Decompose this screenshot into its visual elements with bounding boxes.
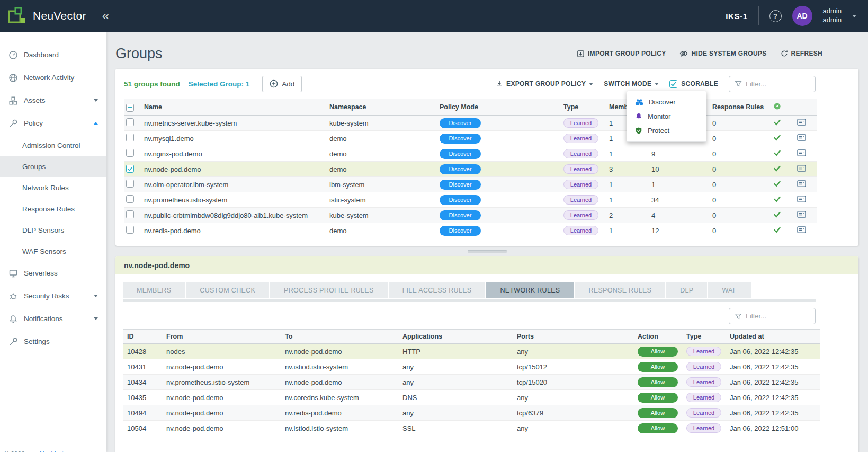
group-name-cell: nv.redis-pod.demo [140,223,325,238]
col-header-updated-at[interactable]: Updated at [726,330,820,344]
row-checkbox-checked[interactable] [126,165,134,173]
tab-waf[interactable]: WAF [708,282,750,298]
tab-process-profile-rules[interactable]: PROCESS PROFILE RULES [270,282,388,298]
rule-row[interactable]: 10434 nv.prometheus.istio-system nv.node… [123,375,820,390]
help-icon[interactable]: ? [769,10,782,22]
row-checkbox[interactable] [126,149,134,157]
rule-row[interactable]: 10428 nodes nv.node-pod.demo HTTP any Al… [123,344,820,359]
col-header-id[interactable]: ID [123,330,162,344]
table-row[interactable]: nv.nginx-pod.demo demo Discover Learned … [124,146,817,162]
group-details-icon[interactable] [797,180,806,188]
import-group-policy-button[interactable]: IMPORT GROUP POLICY [577,50,666,58]
select-all-checkbox[interactable] [126,104,134,112]
count-cell: 4 [647,208,708,223]
tab-network-rules[interactable]: NETWORK RULES [486,282,574,298]
scorable-toggle[interactable]: SCORABLE [669,80,718,88]
export-group-policy-button[interactable]: EXPORT GROUP POLICY [496,80,593,87]
col-header-applications[interactable]: Applications [398,330,513,344]
tab-custom-check[interactable]: CUSTOM CHECK [186,282,269,298]
group-details-icon[interactable] [797,164,806,172]
plus-circle-icon [270,79,278,88]
col-header-name[interactable]: Name [140,99,325,116]
sidebar-item-waf-sensors[interactable]: WAF Sensors [0,241,106,262]
rule-id-cell: 10431 [123,359,162,375]
table-row[interactable]: nv.public-crbtmimbdw08dig9ddjo80-alb1.ku… [124,208,817,223]
namespace-cell: demo [325,162,435,177]
add-group-button[interactable]: Add [262,76,302,92]
groups-filter-input[interactable] [746,80,810,88]
sidebar-item-admission-control[interactable]: Admission Control [0,135,106,156]
row-checkbox[interactable] [126,118,134,126]
rule-row[interactable]: 10494 nv.node-pod.demo nv.redis-pod.demo… [123,405,820,421]
tab-file-access-rules[interactable]: FILE ACCESS RULES [389,282,486,298]
table-row[interactable]: nv.olm-operator.ibm-system ibm-system Di… [124,177,817,192]
rule-row[interactable]: 10431 nv.node-pod.demo nv.istiod.istio-s… [123,359,820,375]
menu-item-protect[interactable]: Protect [627,123,706,138]
sidebar-item-network-activity[interactable]: Network Activity [0,66,106,89]
sidebar-item-assets[interactable]: Assets [0,89,106,112]
col-header-type[interactable]: Type [682,330,726,344]
col-header-action[interactable]: Action [633,330,682,344]
sidebar-item-response-rules[interactable]: Response Rules [0,198,106,219]
col-header-from[interactable]: From [162,330,281,344]
avatar[interactable]: AD [792,6,812,26]
sidebar-item-security-risks[interactable]: Security Risks [0,285,106,307]
sidebar-item-dlp-sensors[interactable]: DLP Sensors [0,219,106,241]
cluster-name[interactable]: IKS-1 [726,12,747,21]
collapse-sidebar-icon[interactable]: « [102,10,109,22]
menu-item-discover[interactable]: Discover [627,95,706,109]
row-checkbox[interactable] [126,180,134,188]
group-details-icon[interactable] [797,118,806,126]
tab-members[interactable]: MEMBERS [123,282,185,298]
table-row[interactable]: nv.prometheus.istio-system istio-system … [124,192,817,208]
group-details-icon[interactable] [797,195,806,203]
switch-mode-button[interactable]: SWITCH MODE [604,80,659,87]
rule-row[interactable]: 10504 nv.node-pod.demo nv.istiod.istio-s… [123,421,820,436]
table-row[interactable]: nv.mysql1.demo demo Discover Learned 1 4… [124,131,817,146]
sidebar-item-serverless[interactable]: Serverless [0,262,106,285]
hide-system-groups-button[interactable]: HIDE SYSTEM GROUPS [679,50,766,57]
col-header-policy-mode[interactable]: Policy Mode [435,99,559,116]
group-details-icon[interactable] [797,149,806,157]
namespace-cell: demo [325,223,435,238]
sidebar-item-settings[interactable]: Settings [0,330,106,353]
table-row-selected[interactable]: nv.node-pod.demo demo Discover Learned 3… [124,162,817,177]
action-pill: Allow [638,423,678,433]
page-title: Groups [115,46,163,62]
menu-item-monitor[interactable]: Monitor [627,109,706,123]
scorable-checkbox[interactable] [669,80,677,88]
tab-response-rules[interactable]: RESPONSE RULES [575,282,665,298]
rule-row[interactable]: 10435 nv.node-pod.demo nv.coredns.kube-s… [123,390,820,405]
sidebar-item-notifications[interactable]: Notifications [0,307,106,330]
row-checkbox[interactable] [126,210,134,218]
rule-id-cell: 10428 [123,344,162,359]
row-checkbox[interactable] [126,195,134,203]
group-details-icon[interactable] [797,134,806,141]
chevron-down-icon [94,295,98,297]
col-header-response-rules[interactable]: Response Rules [708,99,769,116]
splitter-grip[interactable] [468,250,507,253]
group-details-icon[interactable] [797,210,806,218]
col-header-namespace[interactable]: Namespace [325,99,435,116]
table-row[interactable]: nv.metrics-server.kube-system kube-syste… [124,116,817,131]
rule-ports-cell: tcp/15020 [513,375,633,390]
row-checkbox[interactable] [126,134,134,141]
group-details-icon[interactable] [797,226,806,234]
tab-dlp[interactable]: DLP [666,282,707,298]
sidebar-item-groups[interactable]: Groups [0,156,106,177]
sidebar-item-network-rules[interactable]: Network Rules [0,177,106,198]
sidebar-item-policy[interactable]: Policy [0,112,106,135]
col-header-ports[interactable]: Ports [513,330,633,344]
type-badge: Learned [686,408,721,418]
col-header-type[interactable]: Type [559,99,605,116]
user-menu[interactable]: admin admin [823,7,842,25]
col-header-to[interactable]: To [281,330,398,344]
chevron-down-icon[interactable] [852,15,856,17]
row-checkbox[interactable] [126,226,134,234]
table-row[interactable]: nv.redis-pod.demo demo Discover Learned … [124,223,817,238]
check-icon [773,226,781,234]
sidebar-item-dashboard[interactable]: Dashboard [0,43,106,66]
tab-scroll-track[interactable] [123,299,816,302]
rules-filter-input[interactable] [746,312,810,320]
refresh-button[interactable]: REFRESH [781,50,822,57]
